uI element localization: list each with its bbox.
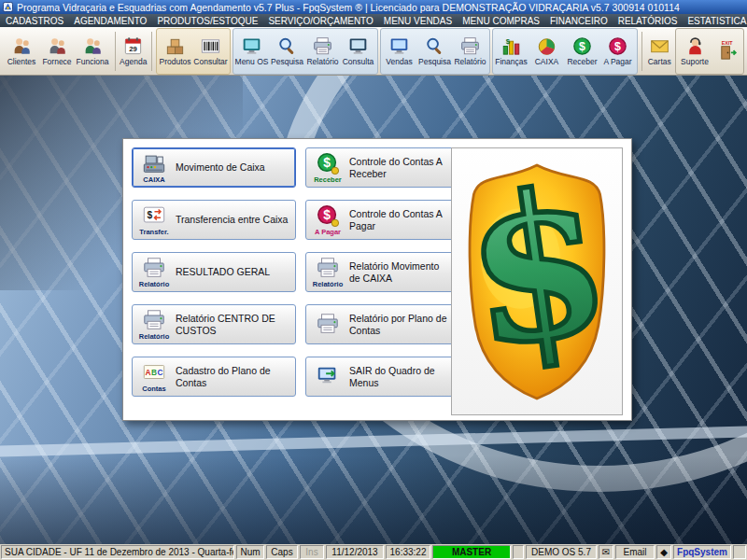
contas-pagar-button[interactable]: $ A Pagar Controle do Contas A Pagar	[305, 200, 457, 240]
contas-receber-button[interactable]: $ Receber Controle do Contas A Receber	[305, 147, 457, 188]
envelope-icon	[649, 35, 670, 57]
transfer-icon: $	[142, 203, 166, 228]
toolbar-button-cartas[interactable]: Cartas	[646, 30, 674, 73]
cadastro-plano-contas-button[interactable]: ABC Contas Cadastro do Plano de Contas	[132, 357, 296, 397]
resultado-geral-button[interactable]: Relatório RESULTADO GERAL	[132, 252, 296, 292]
menu-relatorios[interactable]: RELATÓRIOS	[618, 16, 678, 26]
dialog-button-label: Cadastro do Plano de Contas	[176, 365, 291, 387]
toolbar-button-agenda[interactable]: 29 Agenda	[120, 30, 148, 73]
sair-quadro-menus-button[interactable]: SAIR do Quadro de Menus	[305, 357, 457, 397]
toolbar-button-clientes[interactable]: Clientes	[4, 30, 39, 73]
toolbar-button-pesquisa-os[interactable]: Pesquisa	[270, 30, 305, 73]
menu-compras[interactable]: MENU COMPRAS	[462, 16, 540, 26]
toolbar-group-financeiro: $ Finanças CAIXA $ Receber $ A Pagar	[492, 28, 638, 75]
status-filler	[733, 545, 746, 559]
printer-icon	[142, 256, 166, 280]
toolbar-button-label: Consultar	[193, 58, 227, 66]
svg-text:B: B	[151, 369, 157, 378]
menu-financeiro[interactable]: FINANCEIRO	[550, 16, 608, 26]
toolbar-separator	[115, 32, 116, 71]
toolbar-button-fornecedores[interactable]: Fornece	[39, 30, 75, 73]
dialog-button-label: SAIR do Quadro de Menus	[349, 365, 452, 387]
main-toolbar: Clientes Fornece Funciona 29 Agenda Prod…	[0, 27, 747, 76]
status-caps-lock: Caps	[266, 545, 298, 559]
finance-menu-dialog: CAIXA Movimento de Caixa $ Receber Contr…	[122, 138, 632, 421]
status-spacer	[513, 545, 524, 559]
menu-cadastros[interactable]: CADASTROS	[6, 16, 63, 26]
toolbar-separator	[641, 32, 642, 71]
toolbar-group-vendas: Vendas Pesquisa Relatório	[380, 28, 490, 75]
dollar-green-icon: $	[316, 151, 340, 175]
toolbar-button-consulta-os[interactable]: Consulta	[341, 30, 376, 73]
toolbar-button-a-pagar[interactable]: $ A Pagar	[600, 30, 636, 73]
status-email[interactable]: Email	[615, 545, 655, 559]
toolbar-button-funcionarios[interactable]: Funciona	[75, 30, 110, 73]
toolbar-button-produtos[interactable]: Produtos	[158, 30, 193, 73]
toolbar-button-label: Vendas	[386, 58, 412, 66]
toolbar-group-os: Menu OS Pesquisa Relatório Consulta	[233, 28, 378, 75]
toolbar-button-relatorio-os[interactable]: Relatório	[305, 30, 341, 73]
monitor-icon	[347, 35, 369, 57]
menu-vendas[interactable]: MENU VENDAS	[384, 16, 452, 26]
toolbar-button-vendas[interactable]: Vendas	[382, 30, 417, 73]
printer-icon	[142, 308, 166, 332]
toolbar-button-consultar[interactable]: Consultar	[193, 30, 229, 73]
svg-text:A: A	[145, 369, 150, 378]
toolbar-button-label: Relatório	[306, 58, 338, 66]
toolbar-button-label: Agenda	[120, 58, 147, 66]
dialog-button-grid: CAIXA Movimento de Caixa $ Receber Contr…	[132, 147, 457, 397]
abc-icon: ABC	[142, 360, 166, 385]
dialog-button-label: RESULTADO GERAL	[176, 266, 291, 277]
toolbar-button-label: Receber	[567, 58, 597, 66]
toolbar-button-caixa[interactable]: CAIXA	[529, 30, 565, 73]
transferencia-caixa-button[interactable]: $ Transfer. Transferencia entre Caixa	[132, 200, 296, 240]
svg-text:EXIT: EXIT	[721, 40, 732, 46]
toolbar-button-receber[interactable]: $ Receber	[565, 30, 600, 73]
menu-agendamento[interactable]: AGENDAMENTO	[74, 16, 147, 26]
menu-bar: CADASTROS AGENDAMENTO PRODUTOS/ESTOQUE S…	[0, 14, 747, 27]
status-brand[interactable]: FpqSystem	[673, 545, 731, 559]
title-bar: Programa Vidraçaria e Esquadrias com Age…	[0, 0, 747, 14]
printer-icon	[316, 312, 340, 336]
svg-text:$: $	[614, 40, 621, 53]
toolbar-button-suporte[interactable]: Suporte	[677, 30, 712, 73]
toolbar-group-people: Clientes Fornece Funciona	[3, 29, 111, 74]
movimento-caixa-button[interactable]: CAIXA Movimento de Caixa	[132, 147, 296, 188]
status-time: 16:33:22	[386, 545, 430, 559]
desktop-background: CAIXA Movimento de Caixa $ Receber Contr…	[0, 76, 747, 544]
relatorio-centro-custos-button[interactable]: Relatório Relatório CENTRO DE CUSTOS	[132, 304, 296, 344]
toolbar-button-menu-os[interactable]: Menu OS	[234, 30, 270, 73]
toolbar-button-label: Relatório	[454, 58, 486, 66]
exit-monitor-icon	[316, 364, 340, 388]
toolbar-button-financas[interactable]: $ Finanças	[494, 30, 529, 73]
toolbar-button-relatorio-vendas[interactable]: Relatório	[453, 30, 488, 73]
printer-icon	[312, 35, 333, 57]
dialog-button-label: Controle do Contas A Receber	[349, 156, 452, 178]
status-user: MASTER	[432, 545, 511, 559]
toolbar-button-pesquisa-vendas[interactable]: Pesquisa	[417, 30, 453, 73]
menu-estatistica[interactable]: ESTATISTICA	[687, 16, 746, 26]
search-icon	[424, 35, 445, 57]
relatorio-movimento-caixa-button[interactable]: Relatório Relatório Movimento de CAIXA	[305, 252, 457, 292]
toolbar-button-label: Fornece	[42, 58, 71, 66]
status-date: 11/12/2013	[326, 545, 384, 559]
svg-text:29: 29	[129, 45, 137, 53]
toolbar-button-label: Pesquisa	[271, 58, 303, 66]
background-bottom-shade	[0, 455, 747, 544]
status-num-lock: Num	[236, 545, 264, 559]
status-insert: Ins	[300, 545, 324, 559]
printer-icon	[316, 256, 340, 280]
dialog-button-label: Controle do Contas A Pagar	[349, 208, 452, 231]
dialog-icon-label: Receber	[314, 176, 342, 184]
menu-produtos-estoque[interactable]: PRODUTOS/ESTOQUE	[157, 16, 258, 26]
dialog-icon-label: Transfer.	[139, 229, 168, 236]
clients-icon	[11, 35, 33, 57]
relatorio-plano-contas-button[interactable]: Relatório por Plano de Contas	[305, 304, 457, 344]
support-icon	[684, 35, 706, 57]
calendar-icon: 29	[122, 35, 144, 57]
svg-text:$: $	[323, 207, 331, 222]
status-mail-icon: ✉	[599, 545, 613, 559]
svg-text:$: $	[148, 210, 153, 220]
exit-button[interactable]: EXIT	[712, 30, 742, 73]
menu-servico-orcamento[interactable]: SERVIÇO/ORÇAMENTO	[268, 16, 373, 26]
